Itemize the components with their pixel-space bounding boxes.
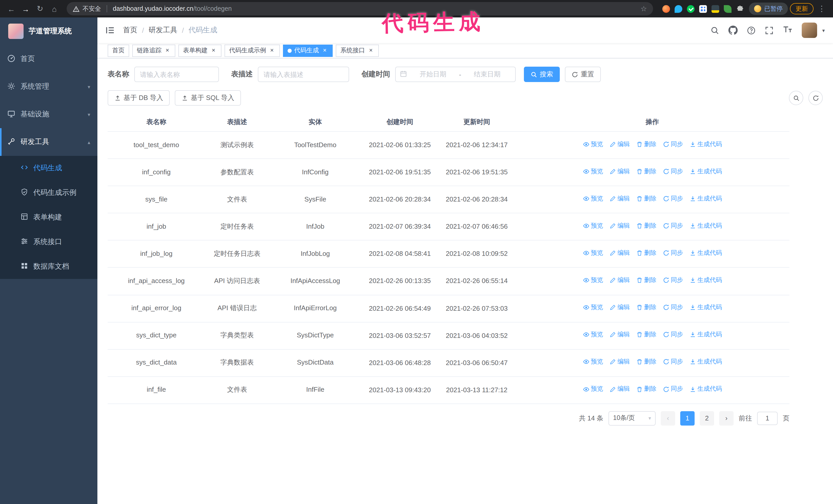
user-avatar[interactable] [802,23,817,38]
tab-close-icon[interactable]: × [322,47,328,54]
sync-action[interactable]: 同步 [663,249,683,258]
extension-icon[interactable] [699,5,707,13]
delete-action[interactable]: 删除 [636,140,657,149]
edit-action[interactable]: 编辑 [609,303,630,312]
edit-action[interactable]: 编辑 [609,358,630,367]
page-button-1[interactable]: 1 [680,411,695,426]
table-desc-input[interactable] [258,67,349,82]
sidebar-item-dev-tools[interactable]: 研发工具 ▴ [0,128,97,156]
sync-action[interactable]: 同步 [663,276,683,285]
create-time-range-picker[interactable]: 开始日期 - 结束日期 [395,67,516,82]
goto-page-input[interactable] [757,412,778,425]
search-button[interactable]: 搜索 [524,67,560,82]
preview-action[interactable]: 预览 [582,249,603,258]
preview-action[interactable]: 预览 [582,330,603,339]
edit-action[interactable]: 编辑 [609,140,630,149]
generate-code-action[interactable]: 生成代码 [689,276,722,285]
tab-close-icon[interactable]: × [269,47,275,54]
import-db-button[interactable]: 基于 DB 导入 [108,90,170,105]
fullscreen-icon[interactable] [765,26,774,34]
search-icon[interactable] [711,26,719,34]
tab-codegen[interactable]: 代码生成× [283,44,333,57]
edit-action[interactable]: 编辑 [609,276,630,285]
help-icon[interactable] [747,26,756,34]
edit-action[interactable]: 编辑 [609,330,630,339]
sidebar-item-home[interactable]: 首页 [0,45,97,73]
github-icon[interactable] [729,26,738,35]
edit-action[interactable]: 编辑 [609,221,630,231]
sync-action[interactable]: 同步 [663,303,683,312]
extension-icon[interactable] [712,5,719,13]
preview-action[interactable]: 预览 [582,140,603,149]
tab-tracing[interactable]: 链路追踪× [132,44,175,57]
reset-button[interactable]: 重置 [565,67,601,82]
edit-action[interactable]: 编辑 [609,194,630,203]
page-size-select[interactable]: 10条/页 ▾ [609,411,656,426]
browser-forward-icon[interactable]: → [20,4,32,13]
extension-icon[interactable] [662,5,670,13]
sync-action[interactable]: 同步 [663,194,683,203]
delete-action[interactable]: 删除 [636,385,657,394]
generate-code-action[interactable]: 生成代码 [689,385,722,394]
hamburger-icon[interactable] [105,26,115,34]
sync-action[interactable]: 同步 [663,385,683,394]
tab-codegen-example[interactable]: 代码生成示例× [224,44,280,57]
generate-code-action[interactable]: 生成代码 [689,140,722,149]
generate-code-action[interactable]: 生成代码 [689,303,722,312]
breadcrumb-item[interactable]: 首页 [123,26,137,35]
browser-back-icon[interactable]: ← [5,4,18,13]
generate-code-action[interactable]: 生成代码 [689,221,722,231]
prev-page-button[interactable]: ‹ [661,411,675,426]
sync-action[interactable]: 同步 [663,140,683,149]
tab-close-icon[interactable]: × [367,47,374,54]
generate-code-action[interactable]: 生成代码 [689,330,722,339]
tab-home[interactable]: 首页 [108,44,129,57]
browser-home-icon[interactable]: ⌂ [48,4,61,13]
sidebar-item-codegen-example[interactable]: 代码生成示例 [0,181,97,205]
preview-action[interactable]: 预览 [582,358,603,367]
delete-action[interactable]: 删除 [636,221,657,231]
sidebar-item-system-management[interactable]: 系统管理 ▾ [0,73,97,100]
delete-action[interactable]: 删除 [636,167,657,176]
sync-action[interactable]: 同步 [663,167,683,176]
tab-system-api[interactable]: 系统接口× [336,44,379,57]
delete-action[interactable]: 删除 [636,276,657,285]
avatar-caret-icon[interactable]: ▾ [822,27,825,33]
sidebar-item-system-api[interactable]: 系统接口 [0,230,97,254]
tab-close-icon[interactable]: × [210,47,217,54]
table-name-input[interactable] [134,67,219,82]
preview-action[interactable]: 预览 [582,303,603,312]
paused-badge[interactable]: 已暂停 [749,3,788,15]
bookmark-star-icon[interactable]: ☆ [641,5,647,13]
update-button[interactable]: 更新 [790,3,813,14]
next-page-button[interactable]: › [719,411,734,426]
preview-action[interactable]: 预览 [582,194,603,203]
page-button-2[interactable]: 2 [700,411,714,426]
delete-action[interactable]: 删除 [636,358,657,367]
delete-action[interactable]: 删除 [636,194,657,203]
sidebar-item-form-builder[interactable]: 表单构建 [0,205,97,230]
logo[interactable]: 芋道管理系统 [0,18,97,45]
refresh-table-button[interactable] [808,91,823,105]
preview-action[interactable]: 预览 [582,167,603,176]
preview-action[interactable]: 预览 [582,276,603,285]
delete-action[interactable]: 删除 [636,249,657,258]
toggle-search-button[interactable] [789,91,803,105]
generate-code-action[interactable]: 生成代码 [689,167,722,176]
edit-action[interactable]: 编辑 [609,167,630,176]
sidebar-item-db-doc[interactable]: 数据库文档 [0,254,97,279]
address-bar[interactable]: 不安全 dashboard.yudao.iocoder.cn/tool/code… [67,2,653,16]
delete-action[interactable]: 删除 [636,330,657,339]
generate-code-action[interactable]: 生成代码 [689,358,722,367]
extension-icon[interactable] [674,5,682,13]
sync-action[interactable]: 同步 [663,330,683,339]
edit-action[interactable]: 编辑 [609,385,630,394]
preview-action[interactable]: 预览 [582,385,603,394]
generate-code-action[interactable]: 生成代码 [689,249,722,258]
extensions-puzzle-icon[interactable] [736,5,744,13]
edit-action[interactable]: 编辑 [609,249,630,258]
sidebar-item-infrastructure[interactable]: 基础设施 ▾ [0,100,97,128]
generate-code-action[interactable]: 生成代码 [689,194,722,203]
import-sql-button[interactable]: 基于 SQL 导入 [175,90,241,105]
sidebar-item-codegen[interactable]: 代码生成 [0,156,97,181]
